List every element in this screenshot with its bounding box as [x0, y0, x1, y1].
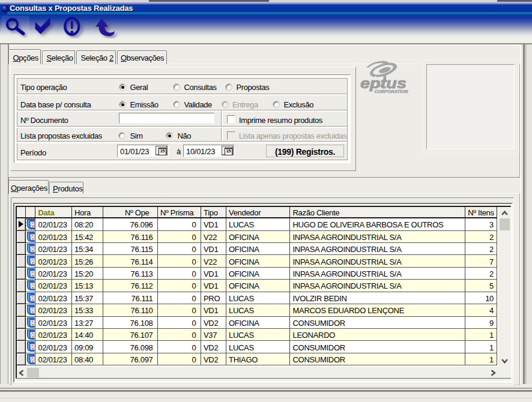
svg-text:eptus: eptus: [360, 75, 407, 91]
svg-text:CORPORATION: CORPORATION: [375, 89, 409, 94]
